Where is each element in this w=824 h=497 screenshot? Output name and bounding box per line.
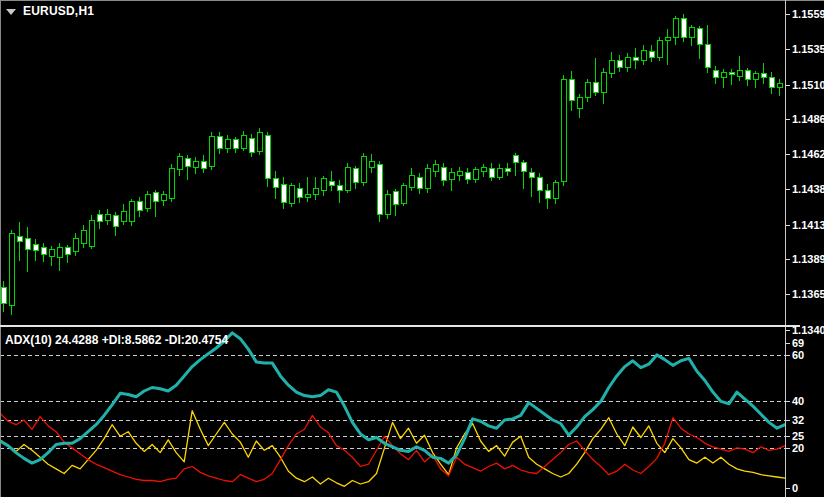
candle-body-bull bbox=[689, 27, 694, 37]
price-label: 1.1413 bbox=[792, 219, 824, 231]
candle-body-bear bbox=[65, 248, 70, 255]
indicator-values-label: ADX(10) 24.4288 +DI:8.5862 -DI:20.4754 bbox=[5, 333, 228, 347]
price-label: 1.1486 bbox=[792, 113, 824, 125]
candle-body-bull bbox=[9, 233, 14, 305]
candle-body-bull bbox=[89, 220, 94, 246]
candle-body-bull bbox=[369, 161, 374, 167]
price-label: 1.1365 bbox=[792, 288, 824, 300]
candle-body-bull bbox=[673, 19, 678, 38]
candle-body-bear bbox=[697, 29, 702, 45]
price-label: 1.1510 bbox=[792, 79, 824, 91]
candle-body-bear bbox=[185, 158, 190, 167]
candle-body-bear bbox=[465, 173, 470, 180]
candle-body-bear bbox=[153, 193, 158, 202]
candle-body-bull bbox=[449, 173, 454, 180]
adx-level-tick bbox=[785, 488, 790, 489]
price-tick bbox=[785, 294, 790, 295]
adx-level-tick bbox=[785, 448, 790, 449]
candle-body-bear bbox=[505, 168, 510, 171]
candle-body-bull bbox=[665, 37, 670, 40]
candle-body-bear bbox=[593, 82, 598, 92]
adx-level-label: 40 bbox=[792, 395, 804, 407]
chevron-down-icon bbox=[6, 9, 16, 15]
candle-body-bull bbox=[345, 167, 350, 190]
price-tick bbox=[785, 330, 790, 331]
candle-body-bull bbox=[433, 164, 438, 171]
candle-body-bull bbox=[361, 157, 366, 183]
adx-indicator-canvas[interactable] bbox=[0, 331, 786, 497]
price-tick bbox=[785, 49, 790, 50]
candle-body-bear bbox=[417, 177, 422, 189]
candle-body-bear bbox=[281, 184, 286, 203]
candle-body-bear bbox=[729, 72, 734, 75]
adx-level-tick bbox=[785, 355, 790, 356]
candle-body-bear bbox=[297, 189, 302, 198]
candle-body-bear bbox=[265, 135, 270, 178]
chart-window: EURUSD,H1 ADX(10) 24.4288 +DI:8.5862 -DI… bbox=[0, 0, 824, 497]
price-tick bbox=[785, 119, 790, 120]
candle-body-bear bbox=[25, 239, 30, 249]
candle-body-bull bbox=[177, 157, 182, 170]
candle-body-bull bbox=[241, 135, 246, 148]
price-label: 1.1438 bbox=[792, 183, 824, 195]
candle-body-bear bbox=[353, 168, 358, 182]
candle-body-bull bbox=[753, 73, 758, 79]
candle-body-bear bbox=[521, 163, 526, 172]
price-tick bbox=[785, 259, 790, 260]
price-label: 1.1559 bbox=[792, 8, 824, 20]
candle-body-bull bbox=[481, 167, 486, 171]
price-tick bbox=[785, 189, 790, 190]
candle-body-bear bbox=[201, 161, 206, 168]
price-tick bbox=[785, 14, 790, 15]
candle-body-bull bbox=[321, 179, 326, 191]
candle-body-bull bbox=[585, 82, 590, 98]
candle-body-bear bbox=[137, 202, 142, 211]
candle-body-bull bbox=[561, 79, 566, 181]
candle-body-bull bbox=[641, 50, 646, 60]
candle-body-bull bbox=[409, 176, 414, 188]
adx-level-tick bbox=[785, 401, 790, 402]
candle-body-bull bbox=[473, 170, 478, 180]
candle-body-bull bbox=[289, 186, 294, 203]
price-tick bbox=[785, 225, 790, 226]
candle-body-bull bbox=[385, 194, 390, 214]
candle-body-bear bbox=[233, 140, 238, 149]
candle-body-bull bbox=[497, 168, 502, 177]
candle-body-bear bbox=[649, 52, 654, 58]
candle-body-bull bbox=[225, 140, 230, 149]
candle-body-bear bbox=[569, 79, 574, 101]
candle-body-bear bbox=[713, 71, 718, 78]
candle-body-bull bbox=[57, 248, 62, 258]
candle-body-bear bbox=[681, 19, 686, 38]
candle-body-bear bbox=[97, 215, 102, 222]
candle-body-bull bbox=[49, 249, 54, 256]
candle-body-bear bbox=[33, 245, 38, 251]
symbol-dropdown[interactable]: EURUSD,H1 bbox=[6, 4, 94, 18]
candle-body-bull bbox=[553, 183, 558, 199]
candle-body-bull bbox=[577, 98, 582, 108]
candle-body-bear bbox=[249, 138, 254, 152]
price-label: 1.1389 bbox=[792, 253, 824, 265]
price-label: 1.1340 bbox=[792, 324, 824, 336]
candle-body-bear bbox=[337, 186, 342, 190]
candle-body-bear bbox=[761, 73, 766, 77]
adx-level-tick bbox=[785, 436, 790, 437]
candle-body-bull bbox=[105, 215, 110, 221]
candle-body-bull bbox=[81, 230, 86, 243]
candle-body-bull bbox=[209, 137, 214, 167]
adx-level-tick bbox=[785, 420, 790, 421]
candle-body-bull bbox=[625, 58, 630, 68]
adx-level-label: 20 bbox=[792, 442, 804, 454]
price-tick bbox=[785, 154, 790, 155]
panel-separator[interactable] bbox=[0, 325, 800, 327]
price-chart-canvas[interactable] bbox=[0, 0, 786, 326]
candle-body-bear bbox=[545, 190, 550, 199]
candle-body-bear bbox=[113, 216, 118, 226]
candle-body-bull bbox=[609, 61, 614, 74]
candle-body-bear bbox=[537, 177, 542, 190]
candle-body-bear bbox=[329, 181, 334, 185]
candle-body-bear bbox=[705, 45, 710, 68]
candle-body-bull bbox=[737, 71, 742, 77]
candle-body-bull bbox=[457, 171, 462, 175]
candle-body-bull bbox=[601, 72, 606, 92]
